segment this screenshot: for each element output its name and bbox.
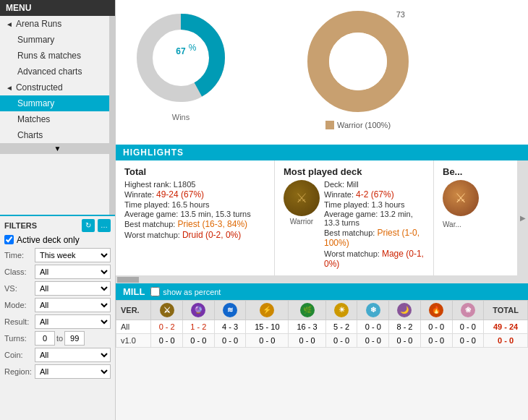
region-label: Region: (4, 367, 35, 376)
mill-v1-6: 0 - 0 (325, 334, 357, 348)
arrow-icon-2: ◄ (6, 84, 13, 92)
mill-v1-5: 0 - 0 (289, 334, 325, 348)
total-worst-value: Druid (0-2, 0%) (182, 230, 241, 240)
coin-select[interactable]: All (35, 348, 111, 362)
nav-section-constructed[interactable]: ◄ Constructed (0, 80, 115, 95)
turns-label: Turns: (4, 334, 35, 343)
most-played-title: Most played deck (284, 166, 425, 177)
mill-v1-8: 0 - 0 (389, 334, 421, 348)
result-select[interactable]: All (35, 314, 111, 329)
mill-all-5: 16 - 3 (289, 320, 325, 334)
mill-table: VER. ⚔ 🔮 ≋ ⚡ 🌿 ☀ ❄ 🌙 🔥 ❀ TOTAL All (116, 300, 528, 348)
highlights-scroll-right[interactable]: ▶ (518, 160, 528, 275)
best-card: Be... ⚔ War... (434, 160, 518, 275)
warrior-legend-text: Warrior (100%) (337, 121, 391, 129)
svg-point-4 (329, 33, 387, 90)
mill-all-2: 1 - 2 (182, 320, 214, 334)
mill-ver-all: All (116, 320, 151, 334)
most-played-card: Most played deck ⚔ Warrior Deck: Mill Wi… (275, 160, 434, 275)
active-deck-filter-row: Active deck only (4, 235, 111, 245)
mill-col-ver: VER. (116, 301, 151, 320)
mill-all-1: 0 - 2 (151, 320, 183, 334)
total-worst-matchup: Worst matchup: Druid (0-2, 0%) (124, 230, 265, 240)
mill-col-2: 🔮 (182, 301, 214, 320)
best-deck-icon: ⚔ (443, 180, 479, 216)
turns-filter-row: Turns: to (4, 331, 111, 346)
mill-checkbox-area: show as percent (150, 287, 221, 296)
class-label: Class: (4, 267, 35, 276)
mill-show-percent-checkbox[interactable] (150, 287, 160, 296)
mill-show-percent-label: show as percent (163, 288, 221, 296)
total-avg-game: Average game: 13.5 min, 15.3 turns (124, 210, 265, 218)
turns-to-input[interactable] (64, 331, 85, 346)
mill-col-8: 🌙 (389, 301, 421, 320)
most-played-winrate: Winrate: 4-2 (67%) (324, 189, 425, 200)
mill-all-10: 0 - 0 (452, 320, 484, 334)
filters-title: FILTERS (4, 221, 37, 230)
most-played-time: Time played: 1.3 hours (324, 200, 425, 209)
wins-chart-container: 67 % Wins (130, 7, 231, 121)
mill-col-total: TOTAL (484, 301, 528, 320)
most-played-best: Best matchup: Priest (1-0, 100%) (324, 228, 425, 248)
filters-more-btn[interactable]: … (98, 219, 111, 232)
class-filter-row: Class: All (4, 265, 111, 279)
coin-filter-row: Coin: All (4, 348, 111, 362)
most-played-avg: Average game: 13.2 min, 13.3 turns (324, 210, 425, 227)
horizontal-scrollbar-thumb[interactable] (117, 277, 139, 283)
mill-v1-2: 0 - 0 (182, 334, 214, 348)
wins-chart-label: Wins (172, 113, 190, 121)
sidebar-item-summary[interactable]: Summary (0, 95, 115, 111)
region-filter-row: Region: All (4, 364, 111, 379)
region-select[interactable]: All (35, 364, 111, 379)
best-title: Be... (443, 166, 508, 177)
total-best-value: Priest (16-3, 84%) (177, 219, 247, 229)
highlights-header: HIGHLIGHTS (116, 145, 528, 160)
svg-text:%: % (189, 43, 197, 53)
turns-to-label: to (56, 334, 63, 343)
warrior-count: 73 (396, 10, 405, 19)
mill-all-8: 8 - 2 (389, 320, 421, 334)
sidebar-item-charts[interactable]: Charts (0, 127, 115, 143)
mill-col-7: ❄ (357, 301, 389, 320)
mill-all-3: 4 - 3 (214, 320, 246, 334)
sidebar-item-matches[interactable]: Matches (0, 111, 115, 127)
mill-col-6: ☀ (325, 301, 357, 320)
mill-all-total: 49 - 24 (484, 320, 528, 334)
wins-percent-text: 67 (176, 46, 186, 56)
active-deck-label: Active deck only (17, 235, 80, 245)
time-select[interactable]: This week (35, 248, 111, 262)
sidebar-scroll-down[interactable]: ▼ (0, 143, 115, 154)
mill-v1-7: 0 - 0 (357, 334, 389, 348)
sidebar-item-runs-matches[interactable]: Runs & matches (0, 48, 115, 64)
mill-row-all: All 0 - 2 1 - 2 4 - 3 15 - 10 16 - 3 5 -… (116, 320, 528, 334)
most-played-deck: Deck: Mill (324, 180, 425, 189)
total-time-played: Time played: 16.5 hours (124, 200, 265, 209)
nav-section-arena-runs[interactable]: ◄ Arena Runs (0, 16, 115, 32)
mode-filter-row: Mode: All (4, 298, 111, 312)
mill-header: MILL show as percent (116, 283, 528, 300)
arrow-icon: ◄ (6, 20, 13, 28)
class-select[interactable]: All (35, 265, 111, 279)
constructed-label: Constructed (16, 82, 63, 93)
mill-v1-4: 0 - 0 (246, 334, 289, 348)
sidebar: MENU ◄ Arena Runs Summary Runs & matches… (0, 0, 116, 420)
result-label: Result: (4, 317, 35, 326)
active-deck-checkbox[interactable] (4, 235, 14, 244)
total-rank: Highest rank: L1805 (124, 180, 265, 189)
mill-v1-9: 0 - 0 (420, 334, 452, 348)
filters-refresh-btn[interactable]: ↻ (82, 219, 95, 232)
mill-table-header-row: VER. ⚔ 🔮 ≋ ⚡ 🌿 ☀ ❄ 🌙 🔥 ❀ TOTAL (116, 301, 528, 320)
sidebar-header: MENU (0, 0, 115, 16)
mode-label: Mode: (4, 301, 35, 309)
mill-ver-v1: v1.0 (116, 334, 151, 348)
sidebar-item-arena-summary[interactable]: Summary (0, 32, 115, 48)
sidebar-item-advanced-charts[interactable]: Advanced charts (0, 64, 115, 80)
mode-select[interactable]: All (35, 298, 111, 312)
mill-v1-10: 0 - 0 (452, 334, 484, 348)
mill-col-4: ⚡ (246, 301, 289, 320)
most-played-content: ⚔ Warrior Deck: Mill Winrate: 4-2 (67%) … (284, 180, 425, 270)
mill-col-1: ⚔ (151, 301, 183, 320)
filters-header: FILTERS ↻ … (4, 219, 111, 232)
vs-select[interactable]: All (35, 281, 111, 296)
turns-from-input[interactable] (35, 331, 55, 346)
